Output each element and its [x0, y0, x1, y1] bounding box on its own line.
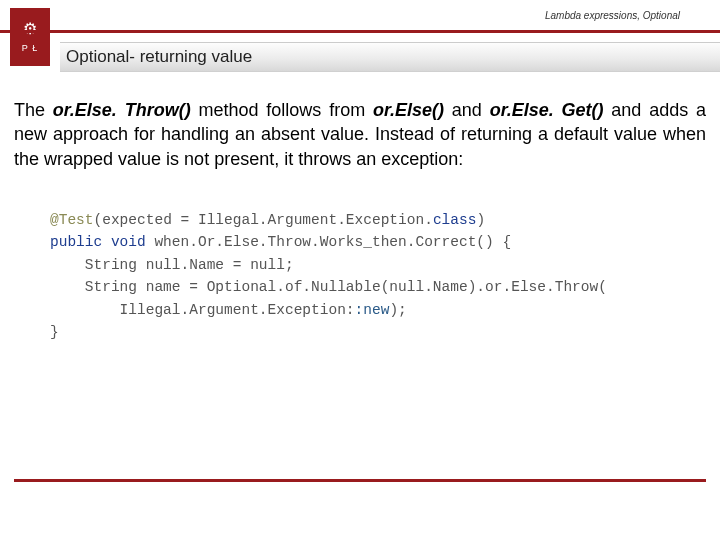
title-bar: Optional- returning value	[60, 42, 720, 72]
slide-header: ⚙ P Ł Lambda expressions, Optional Optio…	[0, 0, 720, 82]
code-text: (expected = Illegal.Argument.Exception.	[94, 212, 433, 228]
description-paragraph: The or.Else. Throw() method follows from…	[14, 98, 706, 171]
code-text: Illegal.Argument.Exception:	[50, 302, 355, 318]
code-text: )	[476, 212, 485, 228]
code-text: when.Or.Else.Throw.Works_then.Correct() …	[146, 234, 511, 250]
content-area: The or.Else. Throw() method follows from…	[0, 82, 720, 344]
code-keyword: public void	[50, 234, 146, 250]
method-name: or.Else()	[373, 100, 444, 120]
code-text: String null.Name = null;	[50, 257, 294, 273]
code-text: );	[389, 302, 406, 318]
university-logo: ⚙ P Ł	[10, 8, 50, 66]
code-keyword: :new	[355, 302, 390, 318]
page-title: Optional- returning value	[66, 47, 252, 67]
method-name: or.Else. Get()	[490, 100, 604, 120]
footer-divider	[14, 479, 706, 482]
logo-text: P Ł	[22, 43, 38, 53]
breadcrumb: Lambda expressions, Optional	[545, 10, 680, 21]
code-block: @Test(expected = Illegal.Argument.Except…	[50, 209, 706, 344]
text: method follows from	[191, 100, 373, 120]
code-annotation: @Test	[50, 212, 94, 228]
code-keyword: class	[433, 212, 477, 228]
code-text: }	[50, 324, 59, 340]
code-text: String name = Optional.of.Nullable(null.…	[50, 279, 607, 295]
logo-icon: ⚙	[23, 21, 37, 37]
header-divider	[0, 30, 720, 33]
method-name: or.Else. Throw()	[53, 100, 191, 120]
text: The	[14, 100, 53, 120]
text: and	[444, 100, 490, 120]
